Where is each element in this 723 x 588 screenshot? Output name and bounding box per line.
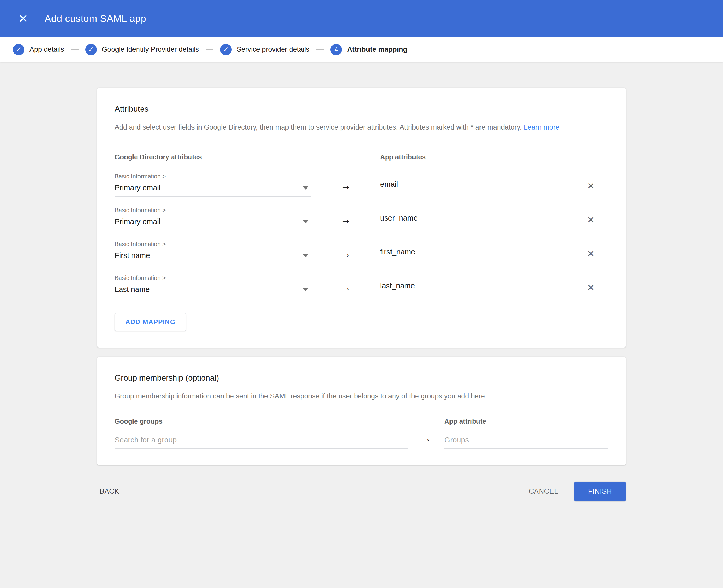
cancel-button[interactable]: CANCEL [526, 483, 561, 500]
app-attribute-column: App attribute [444, 417, 608, 449]
attribute-field-value: Last name [115, 285, 149, 294]
group-membership-title: Group membership (optional) [115, 373, 608, 383]
step-label: App details [29, 45, 64, 54]
directory-attribute-select[interactable]: Basic Information > Last name [115, 275, 311, 298]
step-attribute-mapping[interactable]: 4 Attribute mapping [330, 44, 407, 55]
directory-attribute-select[interactable]: Basic Information > Primary email [115, 207, 311, 230]
step-app-details[interactable]: ✓ App details [13, 44, 64, 55]
step-label: Attribute mapping [347, 45, 407, 54]
chevron-down-icon [302, 288, 309, 291]
mapping-row: Basic Information > Primary email → ✕ [115, 173, 608, 196]
dialog-title: Add custom SAML app [44, 13, 146, 24]
directory-attribute-select[interactable]: Basic Information > First name [115, 241, 311, 264]
arrow-right-icon: → [421, 433, 431, 443]
chevron-down-icon [302, 220, 309, 224]
step-complete-circle: ✓ [220, 44, 232, 55]
group-membership-description: Group membership information can be sent… [115, 392, 608, 401]
app-attribute-column-header: App attribute [444, 417, 608, 425]
step-separator [71, 49, 79, 50]
remove-mapping-icon[interactable]: ✕ [587, 249, 595, 258]
step-number-circle: 4 [330, 44, 342, 55]
group-search-input[interactable] [115, 433, 407, 449]
mapping-column-headers: Google Directory attributes App attribut… [115, 153, 608, 161]
step-number: 4 [335, 46, 338, 53]
step-separator [316, 49, 324, 50]
arrow-right-icon: → [341, 248, 351, 258]
attributes-card-description: Add and select user fields in Google Dir… [115, 123, 608, 132]
group-app-attribute-input[interactable] [444, 433, 608, 449]
app-attribute-input[interactable] [380, 245, 577, 260]
attribute-category-label: Basic Information > [115, 173, 311, 180]
check-icon: ✓ [16, 46, 21, 53]
main-content: Attributes Add and select user fields in… [0, 62, 723, 501]
back-button[interactable]: BACK [97, 483, 122, 500]
attribute-field-value: Primary email [115, 217, 160, 226]
step-separator [206, 49, 214, 50]
directory-attributes-column-header: Google Directory attributes [115, 153, 311, 161]
mapping-row: Basic Information > Primary email → ✕ [115, 207, 608, 230]
app-attribute-input[interactable] [380, 177, 577, 192]
description-text: Add and select user fields in Google Dir… [115, 123, 522, 131]
arrow-right-icon: → [341, 181, 351, 191]
step-service-provider-details[interactable]: ✓ Service provider details [220, 44, 309, 55]
footer-actions: BACK CANCEL FINISH [97, 482, 626, 501]
google-groups-column: Google groups [115, 417, 407, 449]
mapping-row: Basic Information > First name → ✕ [115, 241, 608, 264]
chevron-down-icon [302, 254, 309, 257]
arrow-right-icon: → [341, 282, 351, 292]
close-icon[interactable]: ✕ [15, 10, 32, 27]
arrow-right-icon: → [341, 214, 351, 225]
attribute-category-label: Basic Information > [115, 241, 311, 248]
step-label: Service provider details [237, 45, 309, 54]
remove-mapping-icon[interactable]: ✕ [587, 215, 595, 224]
finish-button[interactable]: FINISH [574, 482, 626, 501]
attribute-category-label: Basic Information > [115, 275, 311, 281]
app-attribute-input[interactable] [380, 211, 577, 226]
app-attributes-column-header: App attributes [380, 153, 577, 161]
dialog-header: ✕ Add custom SAML app [0, 0, 723, 37]
step-google-idp-details[interactable]: ✓ Google Identity Provider details [85, 44, 199, 55]
add-mapping-button[interactable]: ADD MAPPING [115, 313, 186, 331]
check-icon: ✓ [223, 46, 229, 53]
attributes-card-title: Attributes [115, 104, 608, 114]
attribute-field-value: Primary email [115, 184, 160, 192]
step-label: Google Identity Provider details [102, 45, 199, 54]
learn-more-link[interactable]: Learn more [524, 123, 560, 131]
attribute-category-label: Basic Information > [115, 207, 311, 214]
directory-attribute-select[interactable]: Basic Information > Primary email [115, 173, 311, 196]
mapping-row: Basic Information > Last name → ✕ [115, 275, 608, 298]
step-complete-circle: ✓ [85, 44, 97, 55]
step-complete-circle: ✓ [13, 44, 24, 55]
google-groups-column-header: Google groups [115, 417, 407, 425]
remove-mapping-icon[interactable]: ✕ [587, 182, 595, 190]
attribute-field-value: First name [115, 251, 150, 260]
stepper: ✓ App details ✓ Google Identity Provider… [0, 37, 723, 62]
app-attribute-input[interactable] [380, 279, 577, 294]
remove-mapping-icon[interactable]: ✕ [587, 283, 595, 292]
group-membership-card: Group membership (optional) Group member… [97, 357, 626, 465]
attributes-card: Attributes Add and select user fields in… [97, 88, 626, 348]
chevron-down-icon [302, 186, 309, 190]
check-icon: ✓ [88, 46, 94, 53]
group-mapping-row: Google groups → App attribute [115, 417, 608, 449]
